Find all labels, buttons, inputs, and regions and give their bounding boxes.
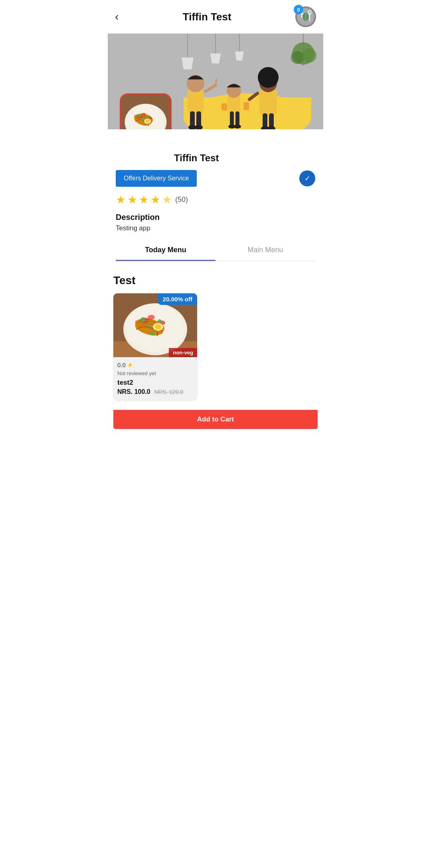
svg-point-67 [148,315,155,320]
svg-line-23 [216,79,216,85]
svg-point-54 [138,114,141,117]
svg-point-55 [147,115,150,118]
cart-area: 0 [295,6,316,27]
delivery-row: Offers Delivery Service ✓ [116,170,315,187]
star-2: ★ [127,193,137,206]
discount-badge: 20.00% off [158,293,197,305]
add-to-cart-section: Add to Cart [108,407,323,429]
delivery-badge: Offers Delivery Service [116,170,197,187]
food-price-row: NRS. 100.0 NRS. 120.0 [117,388,193,395]
cart-button[interactable]: 0 [295,6,316,27]
star-4: ★ [150,193,160,206]
svg-point-73 [155,324,161,329]
back-button[interactable]: ‹ [115,11,119,22]
svg-marker-15 [210,53,221,63]
restaurant-thumbnail [120,93,172,129]
food-name: test2 [117,379,193,387]
food-price: NRS. 100.0 [117,388,150,395]
svg-point-57 [141,118,144,121]
svg-rect-42 [221,103,227,111]
section-title: Test [113,274,318,287]
rating-row: ★ ★ ★ ★ ★ (50) [116,193,315,206]
svg-point-47 [302,48,316,63]
cart-badge: 0 [294,5,303,14]
food-type-badge: non-veg [169,348,197,357]
star-1: ★ [116,193,126,206]
check-icon: ✓ [304,174,310,183]
svg-point-46 [291,51,304,64]
svg-point-69 [158,319,162,323]
svg-point-71 [146,323,150,327]
tab-main-menu[interactable]: Main Menu [216,240,315,261]
svg-rect-34 [259,89,277,115]
food-card-image-wrap: 20.00% off non-veg [113,293,197,357]
page-title: Tiffin Test [119,11,295,23]
add-to-cart-button[interactable]: Add to Cart [113,410,318,429]
svg-point-36 [258,67,279,88]
svg-marker-13 [182,57,194,69]
food-rating-row: 0.0 ★ [117,361,193,369]
thumbnail-noodles [121,95,170,129]
description-label: Description [116,213,315,222]
svg-point-59 [146,120,150,123]
svg-rect-31 [235,111,239,127]
tab-today-menu[interactable]: Today Menu [116,240,216,261]
food-card: 20.00% off non-veg 0.0 ★ Not reviewed ye… [113,293,197,400]
restaurant-name: Tiffin Test [174,149,219,164]
restaurant-info-section: Tiffin Test Offers Delivery Service ✓ ★ … [108,129,323,268]
food-star-icon: ★ [127,361,133,369]
svg-point-33 [234,125,241,129]
verified-icon: ✓ [299,170,315,186]
description-text: Testing app [116,224,315,232]
star-3: ★ [139,193,149,206]
food-original-price: NRS. 120.0 [154,389,183,395]
food-rating-num: 0.0 [117,362,126,368]
food-card-body: 0.0 ★ Not reviewed yet test2 NRS. 100.0 … [113,357,197,400]
svg-rect-30 [230,111,234,127]
svg-rect-43 [243,102,249,110]
svg-point-68 [140,317,145,322]
menu-section: Test [108,268,323,407]
svg-point-70 [150,331,155,336]
restaurant-name-row: Tiffin Test [116,149,315,164]
svg-rect-20 [188,89,204,113]
star-5-half: ★ [162,193,172,206]
header: ‹ Tiffin Test 0 [108,0,323,34]
svg-rect-28 [227,95,240,113]
banner-image [108,34,323,129]
rating-count: (50) [175,196,188,204]
menu-tabs: Today Menu Main Menu [116,240,315,261]
food-review-text: Not reviewed yet [117,370,193,376]
